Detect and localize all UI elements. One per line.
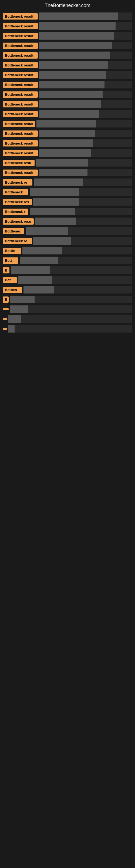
- list-item[interactable]: Bottleneck result: [3, 130, 132, 137]
- list-item[interactable]: Bottleneck resu: [3, 159, 132, 166]
- bar-fill: [39, 71, 106, 79]
- bar-fill: [8, 325, 14, 333]
- list-item[interactable]: [3, 315, 132, 323]
- bottleneck-badge: Bottleneck result: [3, 13, 38, 20]
- list-item[interactable]: Bottleneck result: [3, 140, 132, 147]
- list-item[interactable]: [3, 305, 132, 313]
- bar-background: [39, 149, 132, 157]
- list-item[interactable]: Bot: [3, 276, 132, 284]
- bottleneck-badge: Bottleneck re: [3, 179, 32, 186]
- list-item[interactable]: Bottleneck resu: [3, 218, 132, 225]
- list-item[interactable]: Bottlen: [3, 286, 132, 293]
- list-item[interactable]: Bottleneck re: [3, 179, 132, 186]
- list-item[interactable]: Bottleneck result: [3, 42, 132, 50]
- bar-fill: [10, 296, 35, 303]
- bar-fill: [33, 198, 79, 206]
- bottleneck-badge: Bottleneck result: [3, 62, 38, 68]
- bar-fill: [39, 52, 110, 59]
- bar-background: [35, 218, 132, 225]
- bar-background: [30, 208, 132, 215]
- bar-fill: [39, 91, 103, 98]
- bar-background: [39, 110, 132, 118]
- list-item[interactable]: Bottleneck result: [3, 22, 132, 30]
- bottleneck-badge: [3, 308, 9, 310]
- bar-background: [37, 120, 132, 127]
- bar-background: [34, 179, 132, 186]
- bar-background: [39, 52, 132, 59]
- list-item[interactable]: Bottleneck result: [3, 169, 132, 176]
- list-item[interactable]: B: [3, 296, 132, 303]
- bottleneck-badge: Bottleneck result: [3, 82, 38, 88]
- list-item[interactable]: Bottleneck result: [3, 120, 132, 127]
- bar-background: [39, 91, 132, 98]
- bar-fill: [39, 22, 116, 30]
- list-item[interactable]: Bottleneck result: [3, 32, 132, 40]
- list-item[interactable]: Bottleneck result: [3, 61, 132, 69]
- bar-background: [39, 61, 132, 69]
- bar-background: [10, 305, 132, 313]
- bar-background: [10, 296, 132, 303]
- bottleneck-badge: [3, 318, 7, 320]
- bar-background: [39, 71, 132, 79]
- list-item[interactable]: Bottlenec: [3, 227, 132, 235]
- bottleneck-list: Bottleneck resultBottleneck resultBottle…: [0, 12, 135, 335]
- bar-background: [39, 22, 132, 30]
- bar-fill: [30, 188, 79, 196]
- bottleneck-badge: [3, 328, 7, 330]
- list-item[interactable]: Bottleneck res: [3, 198, 132, 206]
- bar-fill: [22, 247, 62, 254]
- list-item[interactable]: Bottleneck result: [3, 110, 132, 118]
- bottleneck-badge: Bottleneck result: [3, 111, 38, 117]
- bottleneck-badge: Bottleneck result: [3, 140, 38, 147]
- bar-fill: [39, 12, 118, 20]
- bar-fill: [37, 120, 96, 127]
- list-item[interactable]: Bottleneck result: [3, 52, 132, 59]
- bar-fill: [39, 100, 101, 108]
- list-item[interactable]: Bottleneck result: [3, 12, 132, 20]
- bottleneck-badge: Bottleneck result: [3, 150, 38, 156]
- list-item[interactable]: Bottleneck result: [3, 149, 132, 157]
- bar-fill: [10, 305, 28, 313]
- bottleneck-badge: Bottleneck result: [3, 101, 38, 107]
- bar-fill: [24, 286, 54, 293]
- bar-fill: [39, 42, 112, 50]
- bar-background: [39, 32, 132, 40]
- bar-background: [26, 227, 132, 235]
- list-item[interactable]: Bottleneck result: [3, 91, 132, 98]
- bar-fill: [36, 159, 88, 166]
- bar-background: [39, 42, 132, 50]
- list-item[interactable]: Bottleneck result: [3, 71, 132, 79]
- bottleneck-badge: Bottleneck r: [3, 209, 28, 215]
- bar-background: [8, 315, 132, 323]
- bottleneck-badge: Bottleneck resu: [3, 218, 34, 225]
- bottleneck-badge: Bottleneck result: [3, 33, 38, 39]
- bottleneck-badge: Bottleneck result: [3, 91, 38, 98]
- list-item[interactable]: Bottleneck re: [3, 237, 132, 245]
- bottleneck-badge: Bottleneck res: [3, 199, 32, 205]
- bar-fill: [18, 276, 52, 284]
- bottleneck-badge: Bottle: [3, 248, 21, 254]
- bottleneck-badge: B: [3, 297, 9, 303]
- bar-fill: [39, 130, 95, 137]
- list-item[interactable]: [3, 325, 132, 333]
- bar-background: [39, 81, 132, 88]
- list-item[interactable]: Bottleneck result: [3, 81, 132, 88]
- bar-background: [39, 169, 132, 176]
- bar-background: [11, 267, 132, 274]
- bottleneck-badge: Bottleneck result: [3, 130, 38, 137]
- bottleneck-badge: Bottleneck re: [3, 238, 32, 244]
- list-item[interactable]: Bottleneck: [3, 188, 132, 196]
- bar-fill: [33, 237, 71, 245]
- bar-fill: [39, 32, 114, 40]
- bar-background: [33, 198, 132, 206]
- bar-fill: [30, 208, 75, 215]
- list-item[interactable]: Bottleneck result: [3, 100, 132, 108]
- list-item[interactable]: B: [3, 267, 132, 274]
- bar-fill: [39, 81, 104, 88]
- bottleneck-badge: Bottlen: [3, 287, 22, 293]
- list-item[interactable]: Bottleneck r: [3, 208, 132, 215]
- list-item[interactable]: Bott: [3, 257, 132, 264]
- list-item[interactable]: Bottle: [3, 247, 132, 254]
- bar-fill: [34, 179, 83, 186]
- bar-background: [33, 237, 132, 245]
